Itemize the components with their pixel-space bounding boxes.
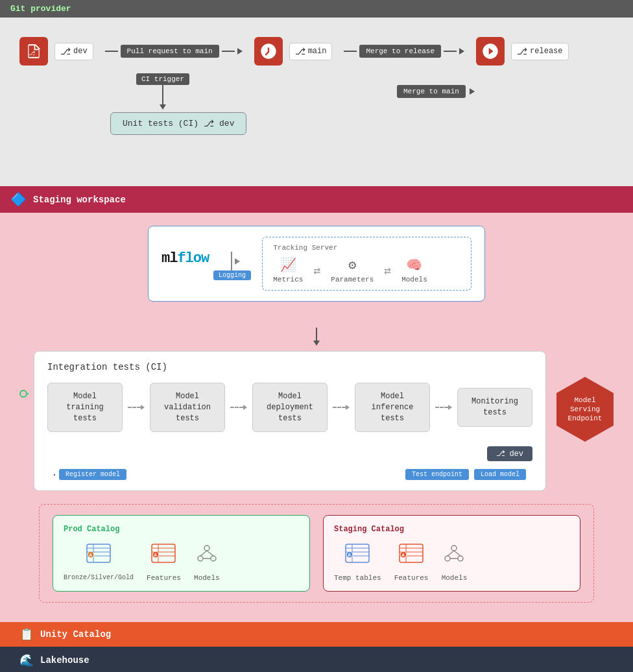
svg-point-37 (458, 556, 463, 561)
features-icon-prod: A (150, 542, 176, 570)
main-branch-text: main (308, 47, 327, 56)
prod-bronze-label: Bronze/Silver/Gold (64, 574, 134, 581)
branch-icon-release: ⎇ (517, 46, 527, 57)
models-label: Models (401, 276, 427, 283)
arrow-head-to-release (459, 48, 464, 54)
staging-models-label: Models (442, 574, 468, 582)
unity-catalog-bar: 📋 Unity Catalog (0, 622, 633, 647)
git-icon-main (254, 37, 283, 66)
arrow-3 (333, 405, 350, 410)
model-validation-tests-label: Modelvalidationtests (164, 392, 211, 423)
svg-text:⎇: ⎇ (29, 49, 35, 56)
staging-catalog-items: A Temp tables (334, 542, 569, 582)
integration-tests-row: Modeltrainingtests Modelvalidationtests (47, 383, 532, 432)
git-icon-dev: ⎇ (19, 37, 48, 66)
svg-point-15 (204, 546, 209, 551)
parameters-icon: ⚙️ (348, 257, 356, 273)
prod-models-label: Models (194, 574, 220, 582)
model-inference-tests: Modelinferencetests (355, 383, 430, 432)
ts-item-metrics: 📈 Metrics (273, 257, 303, 283)
staging-workspace-label: Staging workspace (33, 195, 126, 205)
staging-catalog-item-features: A Features (394, 542, 429, 582)
unity-catalog-label: Unity Catalog (40, 629, 111, 640)
model-serving-endpoint: Model Serving Endpoint (556, 377, 614, 442)
staging-catalog-title: Staging Catalog (334, 525, 569, 534)
svg-point-36 (445, 556, 450, 561)
staging-features-label: Features (394, 574, 429, 582)
tracking-server-box: Tracking Server 📈 Metrics ⇄ ⚙️ Parameter… (262, 237, 472, 291)
release-branch-label: ⎇ release (511, 43, 568, 60)
model-training-tests: Modeltrainingtests (47, 383, 123, 432)
main-branch-label: ⎇ main (289, 43, 333, 60)
model-serving-endpoint-label: Model Serving Endpoint (556, 396, 614, 424)
model-training-tests-label: Modeltrainingtests (66, 392, 104, 423)
ci-trigger-badge: CI trigger (136, 73, 189, 85)
prod-catalog-items: A Bronze/Silver/Gold (64, 542, 299, 582)
staging-catalog-item-models: Models (441, 542, 467, 582)
git-provider-bar: Git provider (0, 0, 633, 18)
git-icon-release (476, 37, 505, 66)
unit-tests-label: Unit tests (CI) (123, 119, 198, 128)
metrics-icon: 📈 (280, 257, 296, 273)
dev-branch-label: ⎇ dev (54, 43, 93, 60)
svg-point-35 (451, 546, 457, 551)
dev-bar-integration: ⎇ dev (487, 446, 532, 461)
integration-tests-box: Integration tests (CI) Modeltrainingtest… (34, 351, 546, 491)
pull-request-label: Pull request to main (121, 45, 219, 58)
unit-tests-branch: dev (219, 119, 234, 128)
lakehouse-label: Lakehouse (40, 655, 90, 666)
load-model-badge: Load model (474, 469, 526, 480)
dev-bar-icon: ⎇ (496, 449, 505, 459)
svg-line-18 (200, 551, 207, 556)
svg-line-39 (454, 551, 460, 556)
staging-temp-label: Temp tables (334, 574, 381, 582)
prod-catalog-title: Prod Catalog (64, 525, 299, 534)
models-icon-prod (194, 542, 220, 570)
logging-badge: Logging (213, 270, 251, 280)
svg-line-38 (448, 551, 454, 556)
mlflow-logo: mlflow (161, 250, 209, 267)
integration-tests-title: Integration tests (CI) (47, 362, 532, 372)
arrow-1 (128, 405, 145, 410)
unity-catalog-icon: 📋 (19, 627, 34, 642)
arrow-2 (230, 405, 247, 410)
arrow-head-to-main (237, 48, 243, 54)
mlflow-tracking-box: mlflow Logging Tracking Server 📈 M (148, 226, 485, 302)
monitoring-tests: Monitoringtests (457, 388, 532, 427)
release-branch-text: release (530, 47, 562, 56)
tracking-server-title: Tracking Server (273, 244, 460, 252)
branch-icon-dev: ⎇ (60, 46, 71, 57)
svg-line-19 (207, 551, 213, 556)
staging-content: mlflow Logging Tracking Server 📈 M (0, 213, 633, 622)
temp-tables-icon: A (344, 542, 370, 570)
dev-branch-text: dev (73, 47, 88, 56)
unit-tests-box: Unit tests (CI) ⎇ dev (110, 112, 246, 135)
merge-to-main-label: Merge to main (397, 85, 466, 98)
staging-catalog-item-temp: A Temp tables (334, 542, 381, 582)
branch-icon-main: ⎇ (295, 46, 305, 57)
prod-catalog-item-models: Models (194, 542, 220, 582)
merge-to-release-label: Merge to release (359, 45, 441, 58)
git-provider-label: Git provider (10, 4, 71, 14)
features-icon-staging: A (398, 542, 424, 570)
dev-bar-label: dev (509, 450, 523, 459)
parameters-label: Parameters (331, 276, 374, 283)
metrics-label: Metrics (273, 276, 303, 283)
model-inference-tests-label: Modelinferencetests (372, 392, 414, 423)
git-flow-row: ⎇ ⎇ dev Pull request to main ⎇ main (19, 37, 614, 66)
prod-catalog-item-bronze: A Bronze/Silver/Gold (64, 542, 134, 581)
svg-point-16 (198, 556, 203, 561)
svg-point-17 (211, 556, 216, 561)
arrow-4 (435, 405, 452, 410)
ts-item-models: 🧠 Models (401, 257, 427, 283)
top-section: ⎇ ⎇ dev Pull request to main ⎇ main (0, 18, 633, 186)
model-validation-tests: Modelvalidationtests (150, 383, 225, 432)
staging-icon: 🔷 (10, 191, 27, 208)
ts-item-parameters: ⚙️ Parameters (331, 257, 374, 283)
test-endpoint-badge: Test endpoint (405, 469, 469, 480)
prod-features-label: Features (147, 574, 181, 582)
monitoring-tests-label: Monitoringtests (472, 397, 518, 417)
model-deployment-tests-label: Modeldeploymenttests (267, 392, 313, 423)
prod-catalog-box: Prod Catalog (53, 515, 310, 592)
lakehouse-icon: 🌊 (19, 653, 34, 667)
